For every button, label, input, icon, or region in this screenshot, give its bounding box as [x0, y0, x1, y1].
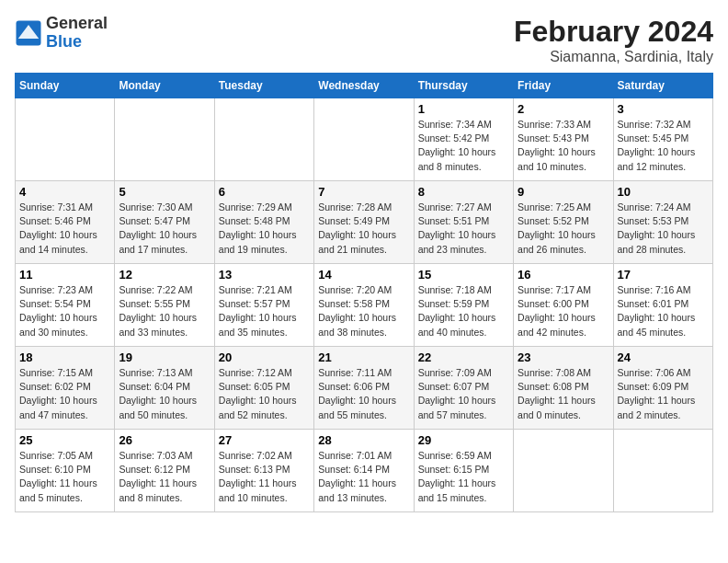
day-number: 19: [119, 350, 210, 364]
logo-blue: Blue: [46, 33, 108, 52]
day-number: 23: [518, 350, 609, 364]
day-info: Sunrise: 7:33 AM Sunset: 5:43 PM Dayligh…: [518, 118, 609, 174]
calendar-cell: [613, 430, 712, 512]
calendar-cell: 26Sunrise: 7:03 AM Sunset: 6:12 PM Dayli…: [115, 430, 214, 512]
day-number: 26: [119, 433, 210, 447]
day-number: 17: [618, 268, 709, 282]
day-number: 3: [618, 102, 709, 116]
calendar-cell: 23Sunrise: 7:08 AM Sunset: 6:08 PM Dayli…: [514, 347, 613, 430]
title-block: February 2024 Siamanna, Sardinia, Italy: [514, 15, 713, 65]
day-info: Sunrise: 7:32 AM Sunset: 5:45 PM Dayligh…: [618, 118, 709, 174]
calendar-cell: [314, 98, 414, 181]
calendar-cell: 12Sunrise: 7:22 AM Sunset: 5:55 PM Dayli…: [115, 264, 214, 347]
week-row-4: 18Sunrise: 7:15 AM Sunset: 6:02 PM Dayli…: [16, 347, 713, 430]
day-info: Sunrise: 7:20 AM Sunset: 5:58 PM Dayligh…: [318, 283, 409, 339]
header-day-monday: Monday: [115, 74, 214, 98]
day-number: 25: [19, 433, 110, 447]
calendar-cell: 14Sunrise: 7:20 AM Sunset: 5:58 PM Dayli…: [314, 264, 414, 347]
header-day-saturday: Saturday: [613, 74, 712, 98]
calendar-cell: 3Sunrise: 7:32 AM Sunset: 5:45 PM Daylig…: [613, 98, 712, 181]
day-info: Sunrise: 7:29 AM Sunset: 5:48 PM Dayligh…: [219, 201, 310, 257]
header-day-tuesday: Tuesday: [214, 74, 313, 98]
calendar-cell: 8Sunrise: 7:27 AM Sunset: 5:51 PM Daylig…: [414, 181, 513, 264]
day-info: Sunrise: 7:11 AM Sunset: 6:06 PM Dayligh…: [318, 366, 409, 422]
day-info: Sunrise: 7:27 AM Sunset: 5:51 PM Dayligh…: [418, 201, 509, 257]
day-number: 1: [418, 102, 509, 116]
day-info: Sunrise: 7:02 AM Sunset: 6:13 PM Dayligh…: [219, 449, 310, 505]
day-info: Sunrise: 7:15 AM Sunset: 6:02 PM Dayligh…: [19, 366, 110, 422]
day-number: 12: [119, 268, 210, 282]
day-number: 16: [518, 268, 609, 282]
day-number: 21: [318, 350, 409, 364]
day-number: 24: [618, 350, 709, 364]
logo-text: General Blue: [46, 15, 108, 52]
calendar-table: SundayMondayTuesdayWednesdayThursdayFrid…: [15, 73, 713, 512]
calendar-cell: 1Sunrise: 7:34 AM Sunset: 5:42 PM Daylig…: [414, 98, 513, 181]
header-day-wednesday: Wednesday: [314, 74, 414, 98]
calendar-cell: 4Sunrise: 7:31 AM Sunset: 5:46 PM Daylig…: [16, 181, 115, 264]
calendar-cell: 18Sunrise: 7:15 AM Sunset: 6:02 PM Dayli…: [16, 347, 115, 430]
day-number: 22: [418, 350, 509, 364]
calendar-header: SundayMondayTuesdayWednesdayThursdayFrid…: [16, 74, 713, 98]
day-info: Sunrise: 7:18 AM Sunset: 5:59 PM Dayligh…: [418, 283, 509, 339]
day-info: Sunrise: 7:03 AM Sunset: 6:12 PM Dayligh…: [119, 449, 210, 505]
day-info: Sunrise: 7:21 AM Sunset: 5:57 PM Dayligh…: [219, 283, 310, 339]
day-info: Sunrise: 7:06 AM Sunset: 6:09 PM Dayligh…: [618, 366, 709, 422]
calendar-cell: 24Sunrise: 7:06 AM Sunset: 6:09 PM Dayli…: [613, 347, 712, 430]
header-row: SundayMondayTuesdayWednesdayThursdayFrid…: [16, 74, 713, 98]
day-info: Sunrise: 7:01 AM Sunset: 6:14 PM Dayligh…: [318, 449, 409, 505]
day-info: Sunrise: 7:25 AM Sunset: 5:52 PM Dayligh…: [518, 201, 609, 257]
calendar-cell: 10Sunrise: 7:24 AM Sunset: 5:53 PM Dayli…: [613, 181, 712, 264]
calendar-cell: [115, 98, 214, 181]
calendar-cell: 20Sunrise: 7:12 AM Sunset: 6:05 PM Dayli…: [214, 347, 313, 430]
day-number: 13: [219, 268, 310, 282]
logo-general: General: [46, 15, 108, 33]
calendar-cell: 2Sunrise: 7:33 AM Sunset: 5:43 PM Daylig…: [514, 98, 613, 181]
week-row-2: 4Sunrise: 7:31 AM Sunset: 5:46 PM Daylig…: [16, 181, 713, 264]
calendar-cell: 13Sunrise: 7:21 AM Sunset: 5:57 PM Dayli…: [214, 264, 313, 347]
header-day-thursday: Thursday: [414, 74, 513, 98]
day-number: 14: [318, 268, 409, 282]
day-info: Sunrise: 7:31 AM Sunset: 5:46 PM Dayligh…: [19, 201, 110, 257]
calendar-cell: 27Sunrise: 7:02 AM Sunset: 6:13 PM Dayli…: [214, 430, 313, 512]
day-info: Sunrise: 7:16 AM Sunset: 6:01 PM Dayligh…: [618, 283, 709, 339]
week-row-1: 1Sunrise: 7:34 AM Sunset: 5:42 PM Daylig…: [16, 98, 713, 181]
day-info: Sunrise: 7:30 AM Sunset: 5:47 PM Dayligh…: [119, 201, 210, 257]
day-number: 10: [618, 185, 709, 199]
calendar-cell: [514, 430, 613, 512]
calendar-body: 1Sunrise: 7:34 AM Sunset: 5:42 PM Daylig…: [16, 98, 713, 512]
day-number: 11: [19, 268, 110, 282]
day-number: 2: [518, 102, 609, 116]
day-number: 8: [418, 185, 509, 199]
day-info: Sunrise: 7:23 AM Sunset: 5:54 PM Dayligh…: [19, 283, 110, 339]
day-info: Sunrise: 7:24 AM Sunset: 5:53 PM Dayligh…: [618, 201, 709, 257]
day-info: Sunrise: 7:13 AM Sunset: 6:04 PM Dayligh…: [119, 366, 210, 422]
page-subtitle: Siamanna, Sardinia, Italy: [514, 49, 713, 65]
day-info: Sunrise: 7:22 AM Sunset: 5:55 PM Dayligh…: [119, 283, 210, 339]
day-number: 15: [418, 268, 509, 282]
logo: General Blue: [15, 15, 108, 52]
header-day-sunday: Sunday: [16, 74, 115, 98]
calendar-cell: 21Sunrise: 7:11 AM Sunset: 6:06 PM Dayli…: [314, 347, 414, 430]
calendar-cell: 29Sunrise: 6:59 AM Sunset: 6:15 PM Dayli…: [414, 430, 513, 512]
week-row-5: 25Sunrise: 7:05 AM Sunset: 6:10 PM Dayli…: [16, 430, 713, 512]
day-number: 29: [418, 433, 509, 447]
day-number: 6: [219, 185, 310, 199]
day-info: Sunrise: 7:17 AM Sunset: 6:00 PM Dayligh…: [518, 283, 609, 339]
page-header: General Blue February 2024 Siamanna, Sar…: [15, 15, 713, 65]
day-number: 5: [119, 185, 210, 199]
calendar-cell: 9Sunrise: 7:25 AM Sunset: 5:52 PM Daylig…: [514, 181, 613, 264]
calendar-cell: 25Sunrise: 7:05 AM Sunset: 6:10 PM Dayli…: [16, 430, 115, 512]
calendar-cell: 17Sunrise: 7:16 AM Sunset: 6:01 PM Dayli…: [613, 264, 712, 347]
calendar-cell: 7Sunrise: 7:28 AM Sunset: 5:49 PM Daylig…: [314, 181, 414, 264]
calendar-cell: [214, 98, 313, 181]
calendar-cell: 11Sunrise: 7:23 AM Sunset: 5:54 PM Dayli…: [16, 264, 115, 347]
calendar-cell: 15Sunrise: 7:18 AM Sunset: 5:59 PM Dayli…: [414, 264, 513, 347]
day-number: 28: [318, 433, 409, 447]
day-info: Sunrise: 7:05 AM Sunset: 6:10 PM Dayligh…: [19, 449, 110, 505]
day-number: 27: [219, 433, 310, 447]
day-info: Sunrise: 7:34 AM Sunset: 5:42 PM Dayligh…: [418, 118, 509, 174]
week-row-3: 11Sunrise: 7:23 AM Sunset: 5:54 PM Dayli…: [16, 264, 713, 347]
logo-icon: [15, 19, 42, 47]
day-number: 4: [19, 185, 110, 199]
